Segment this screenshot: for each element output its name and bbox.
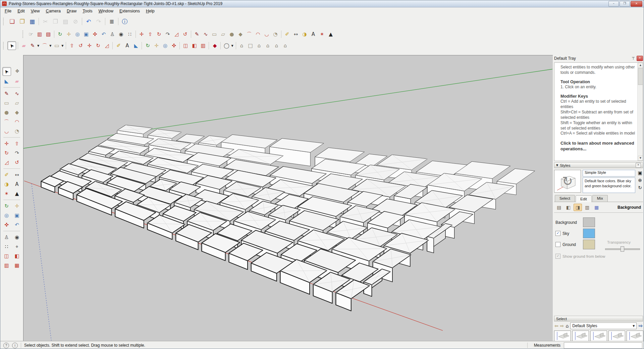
background-settings-button[interactable]: ◨ [574,204,582,211]
info-icon[interactable]: i [12,343,18,348]
two-point-arc-button[interactable]: ◠ [13,118,21,126]
home-icon[interactable]: ⌂ [566,323,569,328]
zoom-previous-button[interactable]: ↶ [13,221,21,229]
toolbar-grip[interactable] [3,42,5,49]
rotate-button[interactable]: ↻ [94,42,102,50]
menu-tools[interactable]: Tools [79,8,95,14]
pan-button[interactable]: ✛ [152,42,160,50]
move-button[interactable]: ✛ [85,42,93,50]
details-button[interactable]: ⇨ [638,323,643,329]
pie-button[interactable]: ◔ [271,30,279,38]
orbit-button[interactable]: ↻ [56,30,64,38]
rotate-button[interactable]: ↻ [3,149,11,157]
tape-measure-button[interactable]: ✐ [114,42,122,50]
paint-bucket-button[interactable]: ◣ [132,42,140,50]
select-button[interactable]: ➤ [2,67,11,76]
section-plane-button[interactable]: ◫ [181,42,190,50]
axes-button[interactable]: ✶ [318,30,326,38]
rotated-rectangle-button[interactable]: ▱ [13,99,21,107]
line-button[interactable]: ✎ [193,30,201,38]
line-button[interactable]: ✎ [29,42,37,50]
rotate-button[interactable]: ↻ [155,30,163,38]
style-thumbnail[interactable] [627,331,643,342]
instructor-scrollbar[interactable]: ▲ ▼ [637,63,643,161]
scale-button[interactable]: ◿ [3,158,11,166]
menu-window[interactable]: Window [95,8,116,14]
view-front-button[interactable]: ⌂ [255,42,263,50]
shapes-dropdown[interactable]: ▼ [61,44,63,47]
camera-type-dropdown[interactable]: ▼ [231,44,233,47]
push-pull-button[interactable]: ⇧ [68,42,76,50]
paint-bucket-button[interactable]: ◣ [3,77,11,85]
open-file-button[interactable]: ❐ [17,17,27,26]
follow-me-button[interactable]: ↷ [164,30,172,38]
freehand-button[interactable]: ∿ [202,30,210,38]
tape-measure-button[interactable]: ✐ [283,30,291,38]
component-button[interactable]: ◆ [211,42,219,50]
menu-help[interactable]: Help [143,8,158,14]
style-thumbnail[interactable] [608,331,625,342]
protractor-button[interactable]: ◑ [3,180,11,188]
rectangle-button[interactable]: ▭ [3,99,11,107]
three-d-text-button[interactable]: ▲ [327,30,335,38]
offset-button[interactable]: ↺ [76,42,85,50]
make-component-button[interactable]: ❖ [13,67,21,75]
tray-close-button[interactable]: × [637,56,643,61]
print-button[interactable]: ≣ [107,17,116,26]
section-display-button[interactable]: ▥ [199,42,207,50]
maximize-button[interactable]: ❐ [620,1,630,7]
edge-settings-button[interactable]: ▤ [555,204,563,211]
tab-edit[interactable]: Edit [576,195,592,202]
zoom-extents-button[interactable]: ✜ [3,221,11,229]
paving-stones-model[interactable] [41,125,535,311]
offset-button[interactable]: ↺ [13,158,21,166]
tray-header[interactable]: Default Tray ⊤ × [553,55,644,62]
measurements-input[interactable] [564,342,642,349]
style-thumbnail[interactable] [554,331,571,342]
toolbar-grip[interactable] [22,31,25,38]
slider-thumb[interactable] [621,246,624,252]
modeling-settings-button[interactable]: ▦ [592,204,601,211]
rotated-rectangle-button[interactable]: ▱ [219,30,227,38]
menu-draw[interactable]: Draw [64,8,79,14]
follow-me-button[interactable]: ↷ [13,149,21,157]
background-color-swatch[interactable] [583,217,595,227]
position-camera-button[interactable]: ♙ [108,30,116,38]
camera-target-button[interactable]: ⌖ [13,243,21,251]
zoom-window-button[interactable]: ▣ [13,211,21,219]
move-button[interactable]: ✛ [138,30,146,38]
view-left-button[interactable]: ⌂ [281,42,289,50]
pan-button[interactable]: ✛ [13,202,21,210]
transparency-slider[interactable] [605,246,639,251]
text-button[interactable]: A [123,42,131,50]
model-info-button[interactable]: ⓘ [120,17,129,26]
orbit-button[interactable]: ↻ [3,202,11,210]
back-arrow-icon[interactable]: ⇦ [554,323,558,328]
style-preview-thumbnail[interactable]: ↻ [554,170,581,193]
section-fill-button[interactable]: ◧ [190,42,198,50]
minimize-button[interactable]: – [608,1,619,7]
scale-button[interactable]: ◿ [172,30,180,38]
push-pull-button[interactable]: ⇧ [13,140,21,148]
three-point-arc-button[interactable]: ◡ [3,127,11,135]
rectangle-button[interactable]: ▭ [210,30,218,38]
look-around-button[interactable]: ◉ [117,30,125,38]
menu-file[interactable]: File [2,8,14,14]
sky-checkbox[interactable]: ✓ [555,231,560,236]
pin-icon[interactable]: ⊤ [631,56,636,61]
line-dropdown[interactable]: ▼ [37,44,39,47]
toolbar-grip[interactable] [3,18,5,25]
pie-button[interactable]: ◔ [13,127,21,135]
undo-button[interactable]: ↶ [84,17,93,26]
collapse-arrow-icon[interactable]: ▼ [556,164,558,167]
styles-header[interactable]: ▼ Styles × [554,162,643,168]
view-top-button[interactable]: □ [247,42,255,50]
forward-arrow-icon[interactable]: ⇨ [560,323,564,328]
extension-select-button[interactable]: ☞ [27,30,35,38]
sky-color-swatch[interactable] [583,229,595,238]
polygon-button[interactable]: ◆ [236,30,245,38]
section-fill-button[interactable]: ◧ [13,252,21,260]
dimension-button[interactable]: ↔ [13,171,21,179]
save-file-button[interactable]: ▦ [28,17,37,26]
zoom-button[interactable]: ◎ [3,211,11,219]
